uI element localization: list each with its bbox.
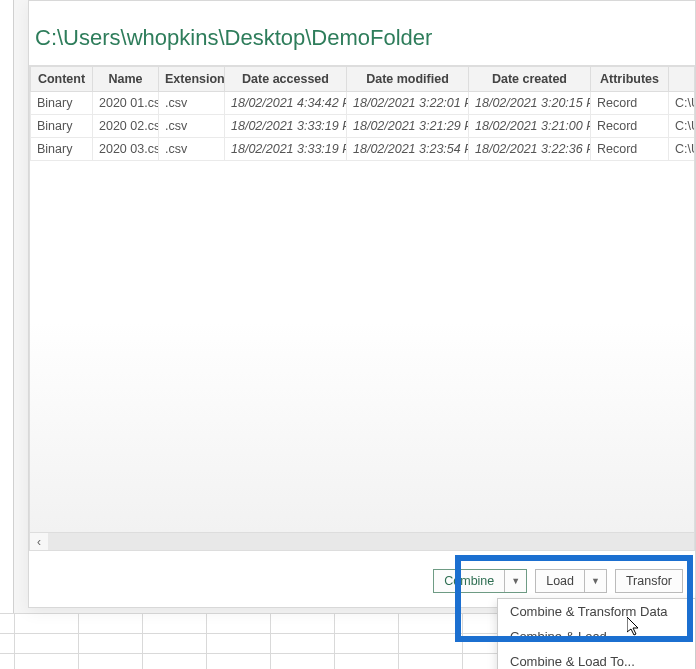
cell-name: 2020 03.csv	[93, 138, 159, 161]
cell-date-modified: 18/02/2021 3:22:01 PM	[347, 92, 469, 115]
col-folder[interactable]	[669, 67, 695, 92]
file-table: Content Name Extension Date accessed Dat…	[30, 66, 694, 161]
combine-button-label: Combine	[434, 570, 505, 592]
cell-extension: .csv	[159, 138, 225, 161]
folder-preview-dialog: C:\Users\whopkins\Desktop\DemoFolder Con…	[28, 0, 696, 608]
menu-item-combine-load[interactable]: Combine & Load	[498, 624, 695, 649]
col-attributes[interactable]: Attributes	[591, 67, 669, 92]
transform-button[interactable]: Transfor	[615, 569, 683, 593]
cell-folder: C:\User	[669, 138, 695, 161]
scroll-track[interactable]	[48, 533, 694, 550]
cell-name: 2020 01.csv	[93, 92, 159, 115]
cell-date-created: 18/02/2021 3:22:36 PM	[469, 138, 591, 161]
cell-content: Binary	[31, 115, 93, 138]
table-row[interactable]: Binary 2020 02.csv .csv 18/02/2021 3:33:…	[31, 115, 695, 138]
cell-date-accessed: 18/02/2021 3:33:19 PM	[225, 115, 347, 138]
col-content[interactable]: Content	[31, 67, 93, 92]
cell-folder: C:\User	[669, 115, 695, 138]
scroll-left-icon[interactable]: ‹	[30, 533, 48, 551]
cell-date-modified: 18/02/2021 3:21:29 PM	[347, 115, 469, 138]
cell-content: Binary	[31, 92, 93, 115]
cell-date-accessed: 18/02/2021 3:33:19 PM	[225, 138, 347, 161]
menu-item-combine-load-to[interactable]: Combine & Load To...	[498, 649, 695, 669]
table-row[interactable]: Binary 2020 03.csv .csv 18/02/2021 3:33:…	[31, 138, 695, 161]
col-date-accessed[interactable]: Date accessed	[225, 67, 347, 92]
cell-attributes: Record	[591, 115, 669, 138]
table-header-row: Content Name Extension Date accessed Dat…	[31, 67, 695, 92]
chevron-down-icon[interactable]: ▼	[585, 572, 606, 590]
cell-date-created: 18/02/2021 3:20:15 PM	[469, 92, 591, 115]
chevron-down-icon[interactable]: ▼	[505, 572, 526, 590]
col-date-modified[interactable]: Date modified	[347, 67, 469, 92]
cell-name: 2020 02.csv	[93, 115, 159, 138]
cell-attributes: Record	[591, 92, 669, 115]
cell-extension: .csv	[159, 92, 225, 115]
transform-button-label: Transfor	[626, 574, 672, 588]
load-button[interactable]: Load ▼	[535, 569, 607, 593]
file-table-wrap: Content Name Extension Date accessed Dat…	[29, 65, 695, 551]
table-row[interactable]: Binary 2020 01.csv .csv 18/02/2021 4:34:…	[31, 92, 695, 115]
cell-date-accessed: 18/02/2021 4:34:42 PM	[225, 92, 347, 115]
load-button-label: Load	[536, 570, 585, 592]
cell-folder: C:\User	[669, 92, 695, 115]
combine-button[interactable]: Combine ▼	[433, 569, 527, 593]
menu-item-combine-transform[interactable]: Combine & Transform Data	[498, 599, 695, 624]
col-name[interactable]: Name	[93, 67, 159, 92]
cell-attributes: Record	[591, 138, 669, 161]
horizontal-scrollbar[interactable]: ‹	[30, 532, 694, 550]
worksheet-left-edge	[0, 0, 14, 669]
dialog-title: C:\Users\whopkins\Desktop\DemoFolder	[29, 1, 695, 65]
cell-date-modified: 18/02/2021 3:23:54 PM	[347, 138, 469, 161]
col-extension[interactable]: Extension	[159, 67, 225, 92]
combine-dropdown-menu: Combine & Transform Data Combine & Load …	[497, 598, 696, 669]
cell-content: Binary	[31, 138, 93, 161]
cell-date-created: 18/02/2021 3:21:00 PM	[469, 115, 591, 138]
col-date-created[interactable]: Date created	[469, 67, 591, 92]
cell-extension: .csv	[159, 115, 225, 138]
